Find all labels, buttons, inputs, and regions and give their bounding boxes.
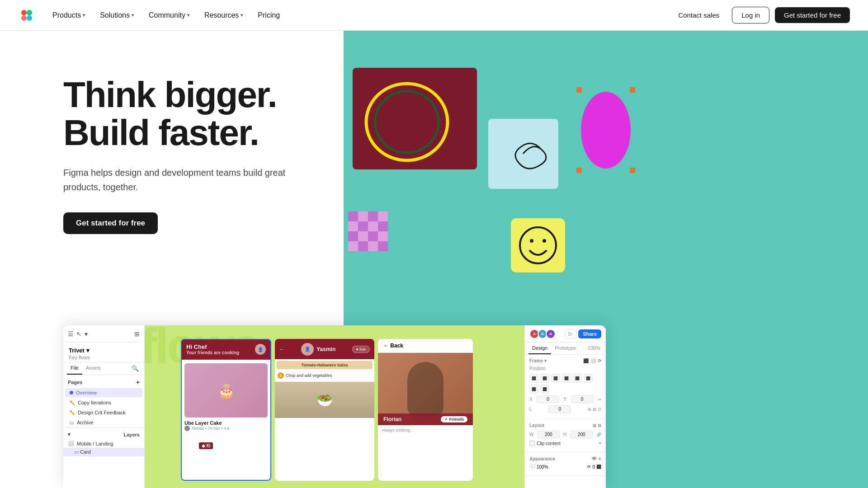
align-top-icon[interactable]: ⬛	[562, 374, 571, 383]
svg-point-30	[542, 239, 546, 243]
nav-community-label: Community	[149, 11, 185, 19]
align-left-icon[interactable]: ⬛	[529, 374, 538, 383]
corner-value[interactable]: 0	[592, 465, 595, 469]
svg-rect-8	[630, 87, 635, 93]
y-value[interactable]: 0	[571, 395, 594, 403]
share-button[interactable]: Share	[578, 329, 601, 338]
opacity-label[interactable]: 100%	[537, 465, 548, 469]
y-label: Y	[563, 397, 566, 402]
l-value[interactable]: 0	[548, 405, 571, 413]
fill-color-icon	[529, 464, 535, 469]
appearance-section: Appearance 👁 + 100% ⟳ 0 ⬛	[525, 452, 606, 476]
login-button[interactable]: Log in	[732, 7, 769, 23]
h-value[interactable]: 200	[570, 431, 593, 438]
layout-section-title: Layout ⊞ ⊟	[529, 423, 601, 428]
figma-logo-icon	[18, 7, 35, 24]
frame-section: Frame ▾ ⬛ ⬜ ⟳ Position ⬛ ⬛ ⬛ ⬛ ⬛ ⬛ ⬛	[525, 355, 606, 419]
layout-icons: ⬛ ⬛ ⬛ ⬛ ⬛ ⬛ ⬛ ⬛	[529, 374, 601, 394]
person-silhouette-shape	[407, 362, 443, 416]
right-tabs: Design Prototype 100%	[525, 343, 606, 355]
x-label: X	[529, 397, 533, 402]
opacity-row: 100% ⟳ 0 ⬛	[529, 464, 601, 469]
align-center-icon[interactable]: ⬛	[540, 374, 549, 383]
svg-point-5	[366, 84, 448, 160]
svg-point-11	[581, 92, 631, 169]
svg-rect-12	[348, 211, 358, 221]
live-badge: ● live	[352, 346, 370, 353]
w-value[interactable]: 200	[537, 431, 560, 438]
play-button[interactable]: ▷	[565, 329, 576, 338]
svg-rect-15	[378, 211, 388, 221]
editor-right-panel: A A A ▷ Share Design Prototype 100% Fram…	[524, 325, 606, 488]
frame3-sub-text: Always cooking...	[378, 425, 473, 435]
nav-resources-chevron-icon: ▾	[241, 12, 243, 18]
l-label: L	[529, 407, 532, 412]
frame-title: Frame ▾ ⬛ ⬜ ⟳	[529, 358, 601, 363]
nav-pricing[interactable]: Pricing	[251, 8, 286, 23]
frame-icon-3: ⟳	[598, 358, 601, 363]
smiley-icon	[511, 218, 565, 272]
nav-resources[interactable]: Resources ▾	[198, 8, 250, 23]
pink-blob-selection-icon	[574, 85, 637, 175]
svg-rect-20	[348, 231, 358, 241]
align-bottom-icon[interactable]: ⬛	[584, 374, 593, 383]
clip-content-row: Clip content ▾	[529, 441, 601, 446]
svg-rect-9	[576, 168, 582, 173]
spiral-icon	[488, 119, 558, 189]
hero-section: Think bigger. Build faster. Figma helps …	[0, 31, 868, 488]
lock-ratio-icon: 🔗	[596, 432, 601, 437]
svg-rect-19	[378, 221, 388, 231]
svg-rect-27	[378, 241, 388, 251]
avatar-3: A	[546, 329, 556, 339]
zoom-level[interactable]: 100%	[586, 343, 602, 354]
svg-rect-1	[21, 15, 27, 21]
layout-list-icon: ⊟	[598, 423, 601, 428]
flip-h-icon: ⊠	[593, 407, 596, 412]
navbar: Products ▾ Solutions ▾ Community ▾ Resou…	[0, 0, 868, 31]
constraints-icon: ⊞	[588, 407, 591, 412]
contact-sales-link[interactable]: Contact sales	[671, 8, 726, 23]
svg-rect-16	[348, 221, 358, 231]
right-avatars: A A A	[529, 329, 556, 339]
nav-links: Products ▾ Solutions ▾ Community ▾ Resou…	[46, 8, 286, 23]
hero-cta-button[interactable]: Get started for free	[63, 212, 158, 234]
logo[interactable]	[18, 7, 35, 24]
svg-point-29	[530, 239, 533, 243]
frame-icon-2: ⬜	[590, 358, 596, 363]
frame3-back: ← Back	[378, 339, 473, 353]
navbar-right: Contact sales Log in Get started for fre…	[671, 7, 850, 23]
tab-design[interactable]: Design	[528, 343, 551, 354]
tab-prototype[interactable]: Prototype	[551, 343, 580, 354]
align-middle-icon[interactable]: ⬛	[573, 374, 582, 383]
nav-products-chevron-icon: ▾	[83, 12, 85, 18]
svg-rect-22	[368, 231, 378, 241]
layout-section: Layout ⊞ ⊟ W 200 H 200 🔗 Clip content	[525, 419, 606, 452]
nav-community[interactable]: Community ▾	[142, 8, 196, 23]
hero-title-line2: Build faster.	[63, 113, 259, 153]
navbar-left: Products ▾ Solutions ▾ Community ▾ Resou…	[18, 7, 286, 24]
x-value[interactable]: 0	[537, 395, 559, 403]
canvas-frame-3: ← Back Florian ✓ Friends Always cooking.…	[378, 339, 473, 481]
hero-left: Think bigger. Build faster. Figma helps …	[0, 31, 344, 488]
nav-products[interactable]: Products ▾	[46, 8, 92, 23]
get-started-cta-button[interactable]: Get started for free	[775, 7, 850, 23]
position-l-row: L 0 ⊞ ⊠ ⊡	[529, 405, 601, 413]
hero-title-line1: Think bigger.	[63, 75, 277, 115]
dist-h-icon[interactable]: ⬛	[529, 385, 538, 394]
svg-rect-7	[576, 87, 582, 93]
dist-v-icon[interactable]: ⬛	[540, 385, 549, 394]
nav-solutions[interactable]: Solutions ▾	[94, 8, 141, 23]
clip-checkbox[interactable]	[529, 441, 535, 446]
svg-point-6	[375, 91, 439, 153]
layout-grid-icon: ⊞	[593, 423, 596, 428]
nav-products-label: Products	[52, 11, 81, 19]
svg-rect-21	[358, 231, 368, 241]
align-right-icon[interactable]: ⬛	[551, 374, 560, 383]
frame3-photo: Florian ✓ Friends	[378, 353, 473, 425]
position-x-row: X 0 Y 0 ⇒	[529, 395, 601, 403]
svg-rect-0	[21, 10, 27, 15]
eye-icon[interactable]: 👁	[592, 456, 597, 461]
plus-icon[interactable]: +	[599, 456, 601, 461]
wh-row: W 200 H 200 🔗	[529, 431, 601, 438]
svg-rect-13	[358, 211, 368, 221]
